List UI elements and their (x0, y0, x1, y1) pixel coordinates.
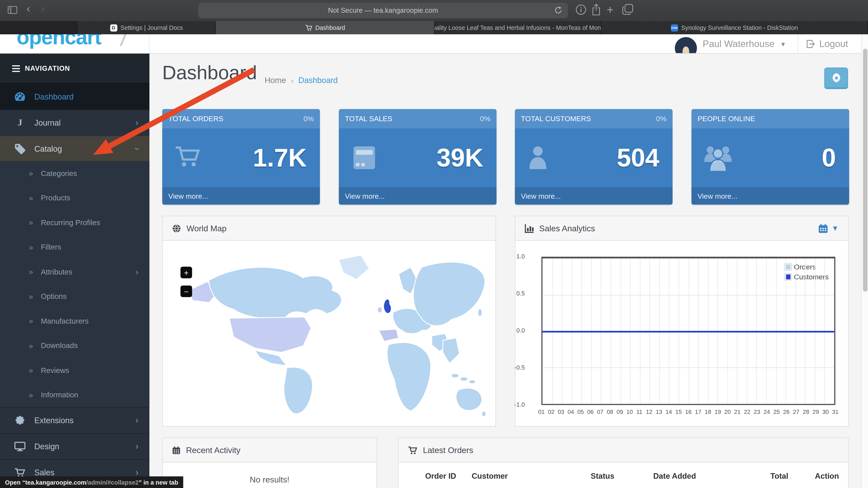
sidebar-item-journal[interactable]: J Journal › (0, 109, 149, 135)
breadcrumb: Home › Dashboard (265, 76, 338, 85)
hamburger-icon[interactable] (12, 68, 20, 69)
journal-icon: J (14, 117, 25, 128)
caret-down-icon: ▼ (780, 41, 786, 47)
double-chevron-icon: » (29, 218, 33, 227)
map-zoom-in-button[interactable]: + (181, 267, 192, 278)
breadcrumb-home[interactable]: Home (265, 76, 286, 85)
column-total[interactable]: Total (766, 471, 788, 480)
legend-entry-customers: Customers (784, 273, 829, 281)
sidebar-subitem-filters[interactable]: »Filters (0, 235, 149, 259)
column-action: Action (815, 471, 839, 480)
double-chevron-icon: » (29, 317, 33, 326)
scrollbar-track[interactable] (862, 34, 868, 488)
globe-icon (172, 224, 181, 233)
double-chevron-icon: » (29, 267, 33, 276)
page-title: Dashboard (162, 61, 257, 84)
person-icon (526, 143, 555, 171)
chevron-right-icon: › (135, 267, 138, 276)
bar-chart-icon (525, 224, 534, 233)
sidebar-subitem-manufacturers[interactable]: »Manufacturers (0, 309, 149, 333)
catalog-submenu: »Categories»Products»Recurring Profiles»… (0, 161, 149, 407)
status-bar-link-preview: Open “tea.kangaroopie.com/admin/#collaps… (0, 476, 183, 488)
calendar-icon (172, 446, 180, 455)
latest-orders-panel: Latest Orders Order ID Customer Status D… (398, 437, 848, 488)
dsm-favicon: DSM (671, 24, 678, 31)
chevron-right-icon: › (135, 467, 138, 478)
sidebar-subitem-information[interactable]: »Information (0, 383, 149, 407)
column-customer[interactable]: Customer (472, 471, 591, 480)
sidebar-item-catalog[interactable]: Catalog › (0, 135, 149, 161)
chart-plot-area: OrdersCustomers (541, 257, 835, 405)
scrollbar-thumb[interactable] (863, 49, 867, 292)
opencart-logo[interactable]: opencart / (0, 34, 149, 54)
double-chevron-icon: » (29, 292, 33, 301)
column-date-added[interactable]: Date Added (653, 471, 766, 480)
chart-legend: OrdersCustomers (784, 263, 829, 283)
map-united-kingdom (383, 299, 392, 314)
new-tab-icon[interactable]: + (607, 3, 614, 17)
chevron-down-icon: › (132, 147, 142, 150)
puzzle-icon (14, 415, 25, 426)
world-map[interactable]: + − (163, 248, 495, 433)
sidebar-item-extensions[interactable]: Extensions › (0, 407, 149, 433)
percent-badge: 0% (304, 115, 314, 123)
sidebar-subitem-reviews[interactable]: »Reviews (0, 358, 149, 383)
panel-title: Sales Analytics (539, 223, 595, 233)
tag-icon (14, 143, 25, 154)
breadcrumb-current[interactable]: Dashboard (299, 76, 338, 85)
reader-info-icon[interactable] (576, 4, 586, 15)
sidebar-toggle-icon[interactable] (8, 6, 17, 14)
view-more-link[interactable]: View more... (691, 187, 849, 205)
calendar-icon (818, 223, 828, 233)
gauge-icon (14, 91, 25, 102)
user-menu[interactable]: Paul Waterhouse ▼ (675, 34, 786, 54)
map-zoom-out-button[interactable]: − (181, 286, 192, 297)
logout-button[interactable]: Logout (806, 34, 848, 54)
tab-overview-icon[interactable] (622, 4, 633, 15)
view-more-link[interactable]: View more... (339, 187, 497, 205)
tab-monteas[interactable]: Quality Loose Leaf Teas and Herbal Infus… (435, 21, 601, 34)
tab-synology[interactable]: DSM Synology Surveillance Station - Disk… (601, 21, 868, 34)
column-status[interactable]: Status (591, 471, 653, 480)
sales-chart: OrdersCustomers 1.00.50.0-0.5-1.0 010203… (516, 240, 848, 427)
percent-badge: 0% (480, 115, 490, 123)
admin-header: opencart / Paul Waterhouse ▼ Logout (0, 34, 868, 54)
column-order-id[interactable]: Order ID (425, 471, 471, 480)
panel-title: World Map (186, 223, 226, 233)
sidebar-subitem-downloads[interactable]: »Downloads (0, 333, 149, 358)
panel-title: Recent Activity (186, 446, 241, 455)
view-more-link[interactable]: View more... (515, 187, 673, 205)
tab-dashboard[interactable]: Dashboard (216, 21, 435, 34)
view-more-link[interactable]: View more... (162, 187, 320, 205)
url-text: Not Secure — tea.kangaroopie.com (328, 6, 438, 14)
back-icon[interactable]: ‹ (27, 3, 30, 15)
reload-icon[interactable] (554, 6, 562, 14)
url-bar[interactable]: Not Secure — tea.kangaroopie.com (198, 3, 568, 18)
sidebar-item-dashboard[interactable]: Dashboard (0, 83, 149, 109)
sidebar-subitem-categories[interactable]: »Categories (0, 161, 149, 186)
sidebar-item-design[interactable]: Design › (0, 433, 149, 459)
main-content: Dashboard Home › Dashboard TOTAL ORDERS0… (149, 54, 861, 488)
chart-range-dropdown[interactable]: ▼ (818, 223, 839, 233)
forward-icon[interactable]: › (41, 3, 44, 15)
world-map-panel: World Map (162, 216, 496, 427)
share-icon[interactable] (591, 3, 601, 15)
sidebar-subitem-attributes[interactable]: »Attributes› (0, 259, 149, 284)
chevron-right-icon: › (135, 416, 138, 425)
chart-x-axis: 0102030405060708091011121314151617181920… (541, 409, 835, 416)
double-chevron-icon: » (29, 243, 33, 252)
dashboard-settings-button[interactable] (824, 68, 848, 89)
sidebar-subitem-recurring-profiles[interactable]: »Recurring Profiles (0, 210, 149, 235)
avatar (675, 37, 697, 54)
breadcrumb-separator: › (291, 76, 293, 84)
tab-journal-docs[interactable]: D Settings | Journal Docs (78, 21, 216, 34)
tab-spacer (0, 21, 78, 34)
sidebar-subitem-options[interactable]: »Options (0, 284, 149, 308)
sidebar-subitem-products[interactable]: »Products (0, 186, 149, 210)
monitor-icon (14, 442, 25, 452)
double-chevron-icon: » (29, 366, 33, 375)
gear-icon (831, 73, 841, 83)
browser-toolbar: ‹ › Not Secure — tea.kangaroopie.com + (0, 0, 868, 21)
tile-value: 0 (822, 143, 836, 173)
sales-analytics-panel: Sales Analytics ▼ OrdersCustomers 1.00.5… (515, 216, 848, 427)
